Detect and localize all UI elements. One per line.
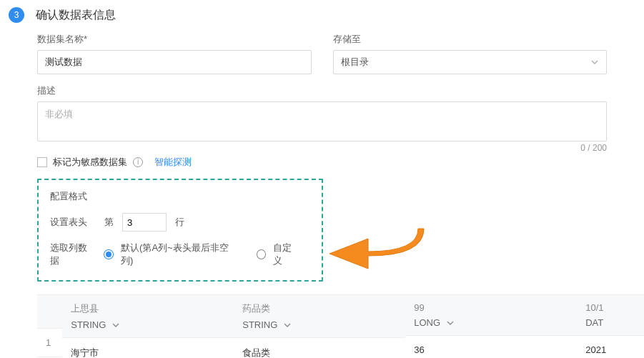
table-row-index: 1 bbox=[37, 329, 62, 357]
sensitive-checkbox[interactable] bbox=[37, 157, 47, 167]
config-title: 配置格式 bbox=[50, 190, 310, 203]
description-label: 描述 bbox=[37, 84, 607, 97]
info-icon[interactable]: i bbox=[133, 157, 143, 167]
table-header-index bbox=[37, 295, 62, 329]
column-name: 10/1 bbox=[585, 302, 644, 313]
table-cell: 36 bbox=[405, 336, 577, 358]
table-header[interactable]: 药品类 STRING bbox=[234, 295, 405, 338]
description-textarea[interactable]: 非必填 bbox=[37, 101, 607, 141]
data-table: 1 上思县 STRING 海宁市 药品类 STRING 食品类 bbox=[0, 294, 644, 358]
header-row-label: 设置表头 bbox=[50, 216, 87, 229]
header-prefix: 第 bbox=[104, 216, 114, 229]
columns-option-custom-label: 自定义 bbox=[273, 242, 300, 267]
chevron-down-icon bbox=[590, 58, 599, 66]
chevron-down-icon[interactable] bbox=[446, 319, 455, 327]
column-name: 药品类 bbox=[242, 302, 397, 315]
columns-option-default[interactable]: 默认(第A列~表头最后非空列) bbox=[104, 242, 237, 267]
header-suffix: 行 bbox=[175, 216, 184, 229]
description-counter: 0 / 200 bbox=[37, 143, 607, 153]
step-header: 3 确认数据表信息 bbox=[0, 0, 644, 33]
storage-select-value: 根目录 bbox=[341, 56, 369, 69]
chevron-down-icon[interactable] bbox=[283, 321, 292, 329]
table-cell: 海宁市 bbox=[62, 338, 234, 358]
step-title: 确认数据表信息 bbox=[36, 8, 116, 23]
chevron-down-icon[interactable] bbox=[112, 321, 120, 329]
columns-option-custom[interactable]: 自定义 bbox=[257, 242, 300, 267]
column-type: LONG bbox=[414, 317, 440, 328]
dataset-name-input[interactable] bbox=[37, 50, 312, 74]
storage-label: 存储至 bbox=[333, 33, 608, 46]
table-cell: 食品类 bbox=[234, 338, 405, 358]
columns-option-default-label: 默认(第A列~表头最后非空列) bbox=[121, 242, 237, 267]
radio-icon bbox=[104, 249, 114, 259]
radio-icon bbox=[257, 249, 267, 259]
config-format-box: 配置格式 设置表头 第 行 选取列数据 默认(第A列~表头最后非空列) 自定义 bbox=[37, 179, 323, 282]
column-type: STRING bbox=[242, 319, 277, 330]
sensitive-label: 标记为敏感数据集 bbox=[53, 156, 127, 169]
smart-detect-link[interactable]: 智能探测 bbox=[154, 156, 192, 169]
column-type: STRING bbox=[71, 319, 106, 330]
dataset-name-label: 数据集名称* bbox=[37, 33, 312, 46]
table-header[interactable]: 99 LONG bbox=[405, 295, 577, 336]
header-row-input[interactable] bbox=[122, 213, 167, 232]
table-cell: 2021 bbox=[577, 336, 644, 358]
table-header[interactable]: 上思县 STRING bbox=[62, 295, 234, 338]
step-number-badge: 3 bbox=[9, 7, 24, 23]
columns-select-label: 选取列数据 bbox=[50, 242, 95, 267]
table-header[interactable]: 10/1 DAT bbox=[577, 295, 644, 336]
storage-select[interactable]: 根目录 bbox=[333, 50, 608, 74]
column-name: 上思县 bbox=[71, 302, 225, 315]
form-section: 数据集名称* 存储至 根目录 描述 非必填 0 / 200 标记为敏感数据集 i… bbox=[0, 33, 644, 282]
column-type: DAT bbox=[585, 317, 603, 328]
column-name: 99 bbox=[414, 302, 568, 313]
